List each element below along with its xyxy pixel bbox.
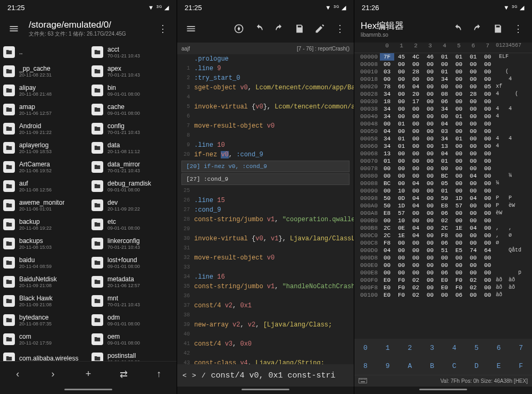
overflow-icon[interactable]: ⋮	[154, 20, 171, 37]
hex-row[interactable]: 0004034000000000100004	[354, 113, 532, 120]
file-item[interactable]: amap20-11-06 12:57	[0, 100, 88, 119]
hex-row[interactable]: 00088BC00040005000000¼	[354, 180, 532, 187]
suggestion-item[interactable]: [20] if-nez v0, :cond_9	[181, 161, 350, 172]
hex-row[interactable]: 0005834010000340100004 4	[354, 135, 532, 142]
hex-key-A[interactable]: A	[399, 357, 421, 375]
hex-row[interactable]: 000100300280001000000 (	[354, 68, 532, 76]
file-column-left[interactable]: .._pp_cache20-11-08 22:31alipay20-11-08 …	[0, 43, 88, 361]
suggestion-item[interactable]: [27] :cond_9	[181, 173, 350, 185]
file-item[interactable]: Black Hawk20-11-09 21:08	[0, 291, 88, 311]
file-item[interactable]: lost+found09-01-01 08:00	[88, 253, 177, 272]
file-item[interactable]: com.alibaba.wireless	[0, 349, 88, 361]
file-item[interactable]: config70-01-21 10:43	[88, 119, 177, 138]
compass-icon[interactable]	[230, 20, 247, 37]
hex-row[interactable]: 00100E0F0020000060000àð	[354, 291, 532, 299]
hex-row[interactable]: 000A8E857000006000000èW	[354, 209, 532, 217]
add-icon[interactable]: +	[80, 366, 97, 383]
hex-row[interactable]: 0006034010000130000004	[354, 142, 532, 150]
hex-body[interactable]: 000007F454C4601010100 ELF 00008000000000…	[354, 53, 532, 339]
hex-row[interactable]: 000900010000001000000	[354, 187, 532, 195]
back-icon[interactable]: ‹	[9, 366, 26, 383]
file-item[interactable]: bytedance20-11-08 07:35	[0, 311, 88, 330]
hex-row[interactable]: 000700100000001000000	[354, 157, 532, 165]
code-area[interactable]: .prologue1.line 92:try_start_03sget-obje…	[177, 54, 354, 364]
forward-icon[interactable]: ›	[45, 366, 62, 383]
save-icon[interactable]	[291, 20, 308, 37]
hex-row[interactable]: 0002834002000080028004 (	[354, 90, 532, 98]
hex-key-D[interactable]: D	[466, 357, 488, 375]
hex-row[interactable]: 000007F454C4601010100 ELF	[354, 53, 532, 61]
keyboard-icon[interactable]	[359, 378, 367, 385]
hex-row[interactable]: 000207866040000000005xf	[354, 83, 532, 90]
hex-key-B[interactable]: B	[421, 357, 443, 375]
file-item[interactable]: metadata20-11-06 12:57	[88, 272, 177, 291]
overflow-icon[interactable]: ⋮	[510, 20, 527, 37]
hex-row[interactable]: 00098500D0400501D0400P P	[354, 195, 532, 202]
file-item[interactable]: auf20-11-08 12:56	[0, 177, 88, 196]
hex-row[interactable]: 000480001000004000000	[354, 120, 532, 128]
file-item[interactable]: postinstall09-01-01 08:00	[88, 349, 177, 361]
file-item[interactable]: alipay20-11-08 21:48	[0, 81, 88, 100]
prev-icon[interactable]: <	[182, 372, 187, 380]
file-item[interactable]: cache09-01-01 08:00	[88, 100, 177, 119]
hex-row[interactable]: 000080000000000000000	[354, 61, 532, 68]
menu-icon[interactable]	[5, 20, 22, 37]
search-input[interactable]: const/4 v0, 0x1 const-stri	[211, 371, 348, 380]
file-item[interactable]: baidu20-11-04 08:59	[0, 253, 88, 272]
file-item[interactable]: ..	[0, 43, 88, 62]
path-title[interactable]: /storage/emulated/0/	[29, 20, 151, 30]
hex-key-3[interactable]: 3	[421, 339, 443, 357]
file-item[interactable]: bin09-01-01 08:00	[88, 81, 177, 100]
hex-key-6[interactable]: 6	[488, 339, 510, 357]
file-item[interactable]: odm09-01-01 08:00	[88, 311, 177, 330]
overflow-icon[interactable]: ⋮	[331, 20, 348, 37]
file-item[interactable]: aplayerlog20-11-09 18:53	[0, 138, 88, 157]
hex-key-7[interactable]: 7	[510, 339, 532, 357]
hex-key-0[interactable]: 0	[354, 339, 377, 357]
file-item[interactable]: debug_ramdisk09-01-01 08:00	[88, 177, 177, 196]
hex-key-9[interactable]: 9	[377, 357, 399, 375]
swap-icon[interactable]: ⇄	[115, 366, 132, 383]
hex-key-8[interactable]: 8	[354, 357, 377, 375]
hex-row[interactable]: 000F0E0F00200E0F00200àð àð	[354, 276, 532, 284]
file-item[interactable]: data_mirror70-01-21 10:43	[88, 157, 177, 177]
code-breadcrumb[interactable]: aajf [7 - 76] : reportCrash()	[177, 43, 354, 54]
hex-key-5[interactable]: 5	[466, 339, 488, 357]
hex-key-1[interactable]: 1	[377, 339, 399, 357]
file-item[interactable]: backups20-11-08 15:03	[0, 234, 88, 253]
redo-icon[interactable]	[469, 20, 486, 37]
file-item[interactable]: data20-11-08 11:12	[88, 138, 177, 157]
redo-icon[interactable]	[271, 20, 288, 37]
hex-row[interactable]: 000301800170006000000	[354, 98, 532, 105]
file-item[interactable]: BaiduNetdisk20-11-09 21:08	[0, 272, 88, 291]
hex-row[interactable]: 000B82C0E04002C1E0400, ,	[354, 224, 532, 232]
hex-row[interactable]: 000C8F800000006000000ø	[354, 239, 532, 247]
hex-row[interactable]: 000E80000000006000000 p	[354, 269, 532, 276]
undo-icon[interactable]	[449, 20, 466, 37]
save-icon[interactable]	[489, 20, 506, 37]
hex-key-2[interactable]: 2	[399, 339, 421, 357]
file-item[interactable]: Android20-11-09 21:22	[0, 119, 88, 138]
hex-row[interactable]: 0003834000000340000004 4	[354, 105, 532, 113]
hex-row[interactable]: 000D80000000000000000	[354, 254, 532, 262]
hex-key-E[interactable]: E	[488, 357, 510, 375]
file-item[interactable]: com20-11-02 17:59	[0, 330, 88, 349]
hex-row[interactable]: 000B00010000002000000	[354, 217, 532, 224]
up-icon[interactable]: ↑	[151, 366, 168, 383]
hex-row[interactable]: 000F8E0F00200E0F00200àð àð	[354, 284, 532, 291]
hex-row[interactable]: 0008000000000BC000400 ¼	[354, 172, 532, 180]
hex-key-4[interactable]: 4	[443, 339, 466, 357]
file-item[interactable]: acct70-01-21 10:43	[88, 43, 177, 62]
file-column-right[interactable]: acct70-01-21 10:43apex70-01-21 10:43bin0…	[88, 43, 177, 361]
file-item[interactable]: backup20-11-08 19:22	[0, 215, 88, 234]
hex-row[interactable]: 000500400000003000000	[354, 128, 532, 135]
hex-key-F[interactable]: F	[510, 357, 532, 375]
file-item[interactable]: _pp_cache20-11-08 22:31	[0, 62, 88, 81]
hex-row[interactable]: 000180000000034000000 4	[354, 76, 532, 83]
hex-row[interactable]: 000780000000000000000	[354, 165, 532, 172]
hex-row[interactable]: 000E00000000000000000	[354, 262, 532, 269]
file-item[interactable]: dev20-11-09 20:22	[88, 196, 177, 215]
file-item[interactable]: aweme_monitor20-11-06 01:01	[0, 196, 88, 215]
file-item[interactable]: etc09-01-01 08:00	[88, 215, 177, 234]
next-icon[interactable]: >	[192, 372, 196, 380]
